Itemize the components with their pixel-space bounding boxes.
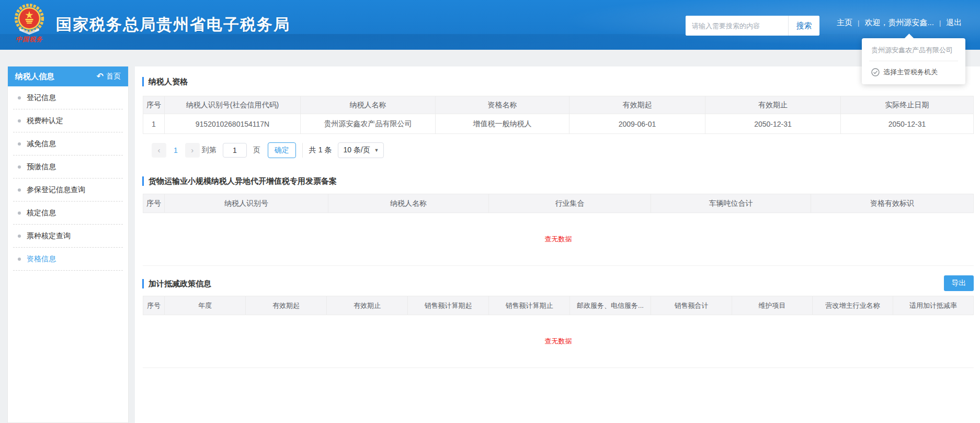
data-cell: 1 (143, 114, 165, 133)
nav-home-link[interactable]: 主页 (837, 18, 852, 28)
sidebar-header: 纳税人信息 ↶ 首页 (8, 66, 128, 86)
header-search: 搜索 (686, 16, 819, 36)
header-cell: 序号 (143, 194, 165, 213)
header-cell: 纳税人名称 (301, 96, 436, 114)
header-cell: 销售额计算期起 (408, 296, 489, 315)
pagination-divider (302, 143, 303, 158)
section-title-qualification: 纳税人资格 (142, 77, 188, 86)
site-title: 国家税务总局贵州省电子税务局 (56, 14, 290, 36)
data-cell: 贵州源安鑫农产品有限公司 (301, 114, 436, 133)
deduction-table: 序号 年度 有效期起 有效期止 销售额计算期起 销售额计算期止 邮政服务、电信服… (143, 296, 974, 368)
pagination-next-button[interactable]: › (185, 143, 200, 158)
table-row: 1 91520102680154117N 贵州源安鑫农产品有限公司 增值税一般纳… (143, 114, 974, 134)
sidebar-item-qualification[interactable]: 资格信息 (13, 248, 123, 271)
search-button[interactable]: 搜索 (788, 16, 819, 36)
sidebar-item-assessment[interactable]: 核定信息 (13, 202, 123, 225)
header-cell: 有效期起 (569, 96, 705, 114)
header-cell: 资格有效标识 (811, 194, 974, 213)
data-cell: 91520102680154117N (165, 114, 301, 133)
header-cell: 年度 (165, 296, 246, 315)
sidebar: 纳税人信息 ↶ 首页 登记信息 税费种认定 减免信息 预缴信息 参保登记信息查询… (7, 66, 129, 423)
data-cell: 2050-12-31 (705, 114, 841, 133)
header-cell: 销售额计算期止 (489, 296, 570, 315)
header-cell: 车辆吨位合计 (651, 194, 811, 213)
select-tax-authority-item[interactable]: 选择主管税务机关 (862, 61, 965, 84)
nav-logout-link[interactable]: 退出 (946, 18, 962, 28)
data-cell: 2009-06-01 (569, 114, 705, 133)
table-header-row: 序号 纳税人识别号 纳税人名称 行业集合 车辆吨位合计 资格有效标识 (143, 194, 974, 213)
header-cell: 维护项目 (732, 296, 813, 315)
sidebar-title: 纳税人信息 (15, 72, 54, 82)
freight-table: 序号 纳税人识别号 纳税人名称 行业集合 车辆吨位合计 资格有效标识 查无数据 (143, 194, 974, 266)
top-header: 中国税务 国家税务总局贵州省电子税务局 搜索 主页 | 欢迎，贵州源安鑫... … (0, 0, 980, 50)
check-circle-icon (871, 68, 880, 76)
page-size-select[interactable]: 10 条/页 ▼ (338, 142, 384, 158)
user-dropdown: 贵州源安鑫农产品有限公司 选择主管税务机关 (862, 38, 965, 84)
goto-page-suffix: 页 (253, 146, 260, 155)
chevron-down-icon: ▼ (374, 148, 379, 153)
nav-welcome-user[interactable]: 欢迎，贵州源安鑫... (864, 18, 934, 28)
empty-state-text: 查无数据 (143, 213, 974, 266)
back-arrow-icon: ↶ (97, 72, 104, 81)
header-cell: 有效期起 (246, 296, 327, 315)
header-cell: 纳税人识别号(社会信用代码) (165, 96, 301, 114)
header-cell: 适用加计抵减率 (893, 296, 974, 315)
sidebar-item-tax-type[interactable]: 税费种认定 (13, 109, 123, 132)
data-cell: 增值税一般纳税人 (436, 114, 569, 133)
header-cell: 纳税人识别号 (165, 194, 328, 213)
main-content: 纳税人资格 序号 纳税人识别号(社会信用代码) 纳税人名称 资格名称 有效期起 … (135, 66, 980, 423)
dropdown-company-name: 贵州源安鑫农产品有限公司 (862, 38, 965, 61)
data-cell: 2050-12-31 (841, 114, 974, 133)
pagination-total-count: 共 1 条 (309, 146, 332, 155)
goto-page-prefix: 到第 (202, 146, 216, 155)
sidebar-item-insurance-query[interactable]: 参保登记信息查询 (13, 179, 123, 202)
section-title-freight: 货物运输业小规模纳税人异地代开增值税专用发票备案 (142, 176, 337, 186)
sidebar-home-link[interactable]: ↶ 首页 (97, 72, 121, 81)
search-input[interactable] (686, 16, 788, 36)
logo-caption: 中国税务 (12, 35, 47, 44)
header-cell: 行业集合 (489, 194, 651, 213)
sidebar-home-label: 首页 (106, 72, 121, 81)
page-size-value: 10 条/页 (343, 146, 370, 155)
section-title-deduction: 加计抵减政策信息 (142, 279, 211, 288)
header-cell: 邮政服务、电信服务... (570, 296, 651, 315)
header-cell: 序号 (143, 296, 165, 315)
table-header-row: 序号 年度 有效期起 有效期止 销售额计算期起 销售额计算期止 邮政服务、电信服… (143, 296, 974, 315)
sidebar-item-registration[interactable]: 登记信息 (13, 86, 123, 109)
table-header-row: 序号 纳税人识别号(社会信用代码) 纳税人名称 资格名称 有效期起 有效期止 实… (143, 96, 974, 114)
page: 中国税务 国家税务总局贵州省电子税务局 搜索 主页 | 欢迎，贵州源安鑫... … (0, 0, 980, 423)
pagination-page-1[interactable]: 1 (174, 146, 178, 154)
nav-divider: | (939, 19, 941, 27)
header-cell: 营改增主行业名称 (813, 296, 893, 315)
header-cell: 有效期止 (327, 296, 408, 315)
header-cell: 销售额合计 (651, 296, 732, 315)
pagination-confirm-button[interactable]: 确定 (268, 142, 296, 158)
export-button[interactable]: 导出 (944, 275, 974, 291)
top-nav: 主页 | 欢迎，贵州源安鑫... | 退出 (837, 18, 962, 28)
sidebar-item-prepayment[interactable]: 预缴信息 (13, 155, 123, 179)
empty-state-text: 查无数据 (143, 315, 974, 368)
header-cell: 纳税人名称 (328, 194, 489, 213)
pagination: ‹ 1 › 到第 页 确定 共 1 条 10 条/页 ▼ (152, 142, 384, 158)
select-tax-authority-label: 选择主管税务机关 (883, 68, 938, 77)
sidebar-item-invoice-type-query[interactable]: 票种核定查询 (13, 225, 123, 248)
header-cell: 有效期止 (705, 96, 841, 114)
sidebar-item-reduction[interactable]: 减免信息 (13, 132, 123, 155)
header-cell: 序号 (143, 96, 165, 114)
header-cell: 实际终止日期 (841, 96, 974, 114)
nav-divider: | (858, 19, 859, 27)
goto-page-input[interactable] (223, 143, 247, 158)
header-cell: 资格名称 (436, 96, 569, 114)
tax-emblem-logo (14, 4, 45, 35)
pagination-prev-button[interactable]: ‹ (152, 143, 166, 158)
qualification-table: 序号 纳税人识别号(社会信用代码) 纳税人名称 资格名称 有效期起 有效期止 实… (143, 96, 974, 134)
